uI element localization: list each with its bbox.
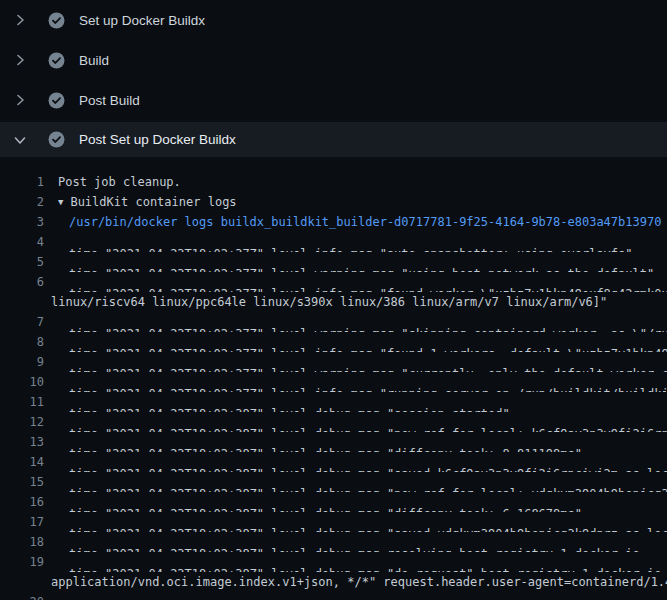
line-number[interactable]: 15: [0, 472, 44, 492]
log-line: 9 time="2021-04-23T18:02:37Z" level=warn…: [0, 352, 667, 372]
check-circle-icon: [48, 92, 65, 109]
log-line: 11 time="2021-04-23T18:02:38Z" level=deb…: [0, 392, 667, 412]
log-line-text: time="2021-04-23T18:02:37Z" level=warnin…: [69, 312, 667, 332]
log-line-text: time="2021-04-23T18:02:38Z" level=debug …: [69, 452, 667, 472]
log-line-text: time="2021-04-23T18:02:38Z" level=debug …: [69, 412, 667, 432]
log-line-text: time="2021-04-23T18:02:37Z" level=warnin…: [69, 252, 654, 272]
log-line-text: time="2021-04-23T18:02:37Z" level=info m…: [69, 372, 667, 392]
log-line-text: time="2021-04-23T18:02:37Z" level=info m…: [69, 272, 667, 292]
chevron-right-icon: [12, 12, 28, 28]
log-line: 1 Post job cleanup.: [0, 172, 667, 192]
log-line: 8 time="2021-04-23T18:02:37Z" level=info…: [0, 332, 667, 352]
log-line-wrap: application/vnd.oci.image.index.v1+json,…: [0, 572, 667, 592]
check-circle-icon: [48, 131, 65, 148]
line-number: [0, 292, 44, 312]
check-circle-icon: [48, 52, 65, 69]
line-number[interactable]: 17: [0, 512, 44, 532]
line-number[interactable]: 8: [0, 332, 44, 352]
log-line-text: time="2021-04-23T18:02:38Z" level=debug …: [69, 512, 667, 532]
step-header-set-up-docker-buildx[interactable]: Set up Docker Buildx: [0, 0, 667, 40]
line-number: [0, 572, 44, 592]
log-line-wrap: linux/riscv64 linux/ppc64le linux/s390x …: [0, 292, 667, 312]
line-number[interactable]: 20: [0, 592, 44, 600]
step-title: Post Set up Docker Buildx: [79, 132, 236, 147]
log-line-text: application/vnd.oci.image.index.v1+json,…: [51, 572, 667, 592]
log-line-text: time="2021-04-23T18:02:38Z" level=debug …: [69, 592, 667, 600]
log-line: 15 time="2021-04-23T18:02:38Z" level=deb…: [0, 472, 667, 492]
log-line-text: time="2021-04-23T18:02:38Z" level=debug …: [69, 472, 667, 492]
log-line-text: time="2021-04-23T18:02:37Z" level=info m…: [69, 332, 667, 352]
log-viewer: 1 Post job cleanup. 2 ▼BuildKit containe…: [0, 160, 667, 600]
log-line: 4 time="2021-04-23T18:02:37Z" level=info…: [0, 232, 667, 252]
log-group-header: ▼BuildKit container logs: [58, 192, 237, 212]
log-line-text: time="2021-04-23T18:02:38Z" level=debug …: [69, 392, 510, 412]
line-number[interactable]: 7: [0, 312, 44, 332]
line-number[interactable]: 5: [0, 252, 44, 272]
log-line: 16 time="2021-04-23T18:02:38Z" level=deb…: [0, 492, 667, 512]
line-number[interactable]: 6: [0, 272, 44, 292]
log-line: 6 time="2021-04-23T18:02:37Z" level=info…: [0, 272, 667, 292]
line-number[interactable]: 9: [0, 352, 44, 372]
log-line-text: time="2021-04-23T18:02:37Z" level=info m…: [69, 232, 633, 252]
log-line: 5 time="2021-04-23T18:02:37Z" level=warn…: [0, 252, 667, 272]
step-header-post-build[interactable]: Post Build: [0, 80, 667, 120]
log-line: 14 time="2021-04-23T18:02:38Z" level=deb…: [0, 452, 667, 472]
log-line: 20 time="2021-04-23T18:02:38Z" level=deb…: [0, 592, 667, 600]
log-line: 18 time="2021-04-23T18:02:38Z" level=deb…: [0, 532, 667, 552]
step-title: Post Build: [79, 93, 140, 108]
line-number[interactable]: 2: [0, 192, 44, 212]
line-number[interactable]: 13: [0, 432, 44, 452]
log-line-text: time="2021-04-23T18:02:37Z" level=warnin…: [69, 352, 667, 372]
log-line: 17 time="2021-04-23T18:02:38Z" level=deb…: [0, 512, 667, 532]
log-line: 12 time="2021-04-23T18:02:38Z" level=deb…: [0, 412, 667, 432]
line-number[interactable]: 4: [0, 232, 44, 252]
log-line-text: time="2021-04-23T18:02:38Z" level=debug …: [69, 552, 667, 572]
log-line: 10 time="2021-04-23T18:02:37Z" level=inf…: [0, 372, 667, 392]
step-header-build[interactable]: Build: [0, 40, 667, 80]
log-line-text: time="2021-04-23T18:02:38Z" level=debug …: [69, 532, 640, 552]
chevron-right-icon: [12, 92, 28, 108]
line-number[interactable]: 19: [0, 552, 44, 572]
step-list: Set up Docker Buildx Build Post Build: [0, 0, 667, 157]
chevron-down-icon: [12, 132, 28, 148]
line-number[interactable]: 10: [0, 372, 44, 392]
log-line: 7 time="2021-04-23T18:02:37Z" level=warn…: [0, 312, 667, 332]
chevron-right-icon: [12, 52, 28, 68]
log-line[interactable]: 2 ▼BuildKit container logs: [0, 192, 667, 212]
line-number[interactable]: 12: [0, 412, 44, 432]
log-line: 19 time="2021-04-23T18:02:38Z" level=deb…: [0, 552, 667, 572]
log-line: 13 time="2021-04-23T18:02:38Z" level=deb…: [0, 432, 667, 452]
group-toggle-icon[interactable]: ▼: [58, 192, 63, 212]
line-number[interactable]: 16: [0, 492, 44, 512]
log-command-text: /usr/bin/docker logs buildx_buildkit_bui…: [69, 212, 661, 232]
step-header-post-set-up-docker-buildx[interactable]: Post Set up Docker Buildx: [0, 122, 667, 157]
log-line-text: linux/riscv64 linux/ppc64le linux/s390x …: [51, 292, 607, 312]
step-title: Set up Docker Buildx: [79, 13, 205, 28]
line-number[interactable]: 11: [0, 392, 44, 412]
check-circle-icon: [48, 12, 65, 29]
line-number[interactable]: 1: [0, 172, 44, 192]
log-line: 3 /usr/bin/docker logs buildx_buildkit_b…: [0, 212, 667, 232]
log-line-text: time="2021-04-23T18:02:38Z" level=debug …: [69, 432, 582, 452]
step-title: Build: [79, 53, 109, 68]
line-number[interactable]: 14: [0, 452, 44, 472]
log-line-text: Post job cleanup.: [58, 172, 181, 192]
log-line-text: time="2021-04-23T18:02:38Z" level=debug …: [69, 492, 582, 512]
line-number[interactable]: 18: [0, 532, 44, 552]
line-number[interactable]: 3: [0, 212, 44, 232]
